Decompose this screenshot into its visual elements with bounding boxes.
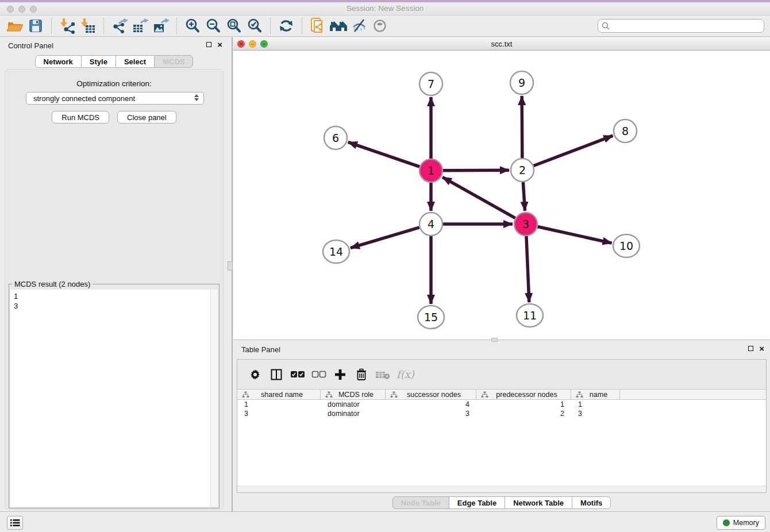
hide-eye-icon [351,18,367,33]
table-settings-button[interactable] [244,365,265,384]
control-panel-title: Control Panel [8,41,53,50]
tab-network-table[interactable]: Network Table [505,496,572,509]
panel-splitter[interactable] [232,37,233,511]
export-image-button[interactable] [151,17,171,35]
graph-edge-3-1[interactable] [442,177,515,218]
memory-button[interactable]: Memory [717,516,765,530]
select-all-button[interactable] [287,365,308,384]
graph-node-11[interactable]: 11 [517,304,543,327]
new-network-clone-icon [310,17,326,34]
graph-node-8[interactable]: 8 [614,119,637,142]
cell-predecessor-nodes[interactable]: 1 [476,400,571,408]
graph-node-9[interactable]: 9 [510,71,533,94]
import-network-button[interactable] [57,17,78,35]
zoom-in-button[interactable] [182,17,203,35]
show-eye-icon [372,18,388,33]
cell-name[interactable]: 3 [571,410,620,418]
window-top-strip [0,0,770,2]
delete-table-button[interactable] [372,365,393,384]
zoom-fit-button[interactable] [224,17,244,35]
mcds-result-area[interactable]: 13 [10,290,218,507]
column-header-successor-nodes[interactable]: successor nodes [386,390,476,399]
cell-successor-nodes[interactable]: 3 [386,410,476,418]
export-table-button[interactable] [130,17,151,35]
tab-select[interactable]: Select [116,55,155,68]
save-session-button[interactable] [25,17,46,35]
search-box[interactable] [598,19,764,33]
close-table-panel-icon[interactable]: × [759,345,764,352]
graph-edge-3-11[interactable] [526,236,529,302]
close-panel-button[interactable]: Close panel [117,111,176,124]
search-input[interactable] [610,20,764,32]
graph-edge-3-10[interactable] [538,226,612,243]
graph-edge-2-9[interactable] [522,96,522,158]
graph-node-2[interactable]: 2 [511,159,534,182]
graph-edge-2-8[interactable] [534,136,613,165]
graph-node-14[interactable]: 14 [323,240,349,263]
show-panel-button[interactable] [369,17,390,35]
graph-edge-4-14[interactable] [351,228,419,248]
svg-text:15: 15 [424,311,438,323]
tab-motifs[interactable]: Motifs [572,496,611,509]
criterion-select[interactable]: strongly connected component [26,92,204,105]
network-window-titlebar[interactable]: ✕ − + scc.txt [233,37,770,51]
graph-node-15[interactable]: 15 [418,306,444,329]
hide-panel-button[interactable] [349,17,369,35]
graph-node-4[interactable]: 4 [419,213,442,236]
graph-node-7[interactable]: 7 [419,72,442,95]
zoom-out-button[interactable] [203,17,224,35]
cell-name[interactable]: 1 [571,400,620,408]
graph-node-6[interactable]: 6 [324,126,347,149]
result-scrollbar[interactable] [210,290,218,507]
add-column-button[interactable] [329,365,351,384]
import-table-button[interactable] [78,17,98,35]
svg-text:8: 8 [622,125,629,137]
column-header-predecessor-nodes[interactable]: predecessor nodes [476,390,571,399]
task-history-button[interactable] [7,516,23,530]
graph-node-1[interactable]: 1 [419,159,442,182]
tab-style[interactable]: Style [81,55,116,68]
cell-shared-name[interactable]: 3 [237,410,321,418]
select-stepper-icon [194,94,199,101]
cell-predecessor-nodes[interactable]: 2 [476,410,571,418]
table-row[interactable]: 1dominator411 [237,400,766,409]
tab-edge-table[interactable]: Edge Table [449,496,505,509]
zoom-selected-button[interactable] [244,17,265,35]
table-splitter-handle[interactable] [491,338,498,342]
tab-network[interactable]: Network [35,55,82,68]
home-button[interactable] [328,17,349,35]
float-table-panel-icon[interactable] [748,346,753,351]
cell-mcds-role[interactable]: dominator [321,410,386,418]
network-graph[interactable]: 7968124314101511 [233,51,770,340]
cell-mcds-role[interactable]: dominator [321,400,386,408]
mcds-result-group: MCDS result (2 nodes) 13 [9,284,220,508]
clone-network-button[interactable] [307,17,328,35]
open-session-button[interactable] [5,17,25,35]
network-canvas[interactable]: 7968124314101511 [233,51,770,340]
export-network-button[interactable] [109,17,130,35]
table-row[interactable]: 3dominator323 [237,409,766,418]
tab-mcds[interactable]: MCDS [154,55,193,68]
graph-node-3[interactable]: 3 [514,213,537,236]
cell-shared-name[interactable]: 1 [237,400,321,408]
graph-edge-1-2[interactable] [443,170,509,171]
float-panel-icon[interactable] [206,42,211,47]
close-panel-icon[interactable]: × [217,41,222,48]
column-header-name[interactable]: name [571,390,620,399]
column-header-mcds-role[interactable]: MCDS role [321,390,386,399]
delete-column-button[interactable] [351,365,372,384]
run-mcds-button[interactable]: Run MCDS [52,111,109,124]
column-header-shared-name[interactable]: shared name [237,390,321,399]
table-hscrollbar[interactable] [237,485,766,492]
panel-splitter-handle[interactable] [228,261,233,271]
graph-edge-1-6[interactable] [348,142,419,167]
optimization-criterion-label: Optimization criterion: [5,79,223,88]
deselect-all-button[interactable] [308,365,329,384]
graph-edge-2-3[interactable] [523,182,525,211]
graph-node-10[interactable]: 10 [613,234,640,257]
tab-node-table[interactable]: Node Table [392,496,449,509]
refresh-button[interactable] [276,17,297,35]
column-view-button[interactable] [265,365,287,384]
cell-successor-nodes[interactable]: 4 [386,400,476,408]
function-builder-icon[interactable]: f(x) [396,368,414,380]
